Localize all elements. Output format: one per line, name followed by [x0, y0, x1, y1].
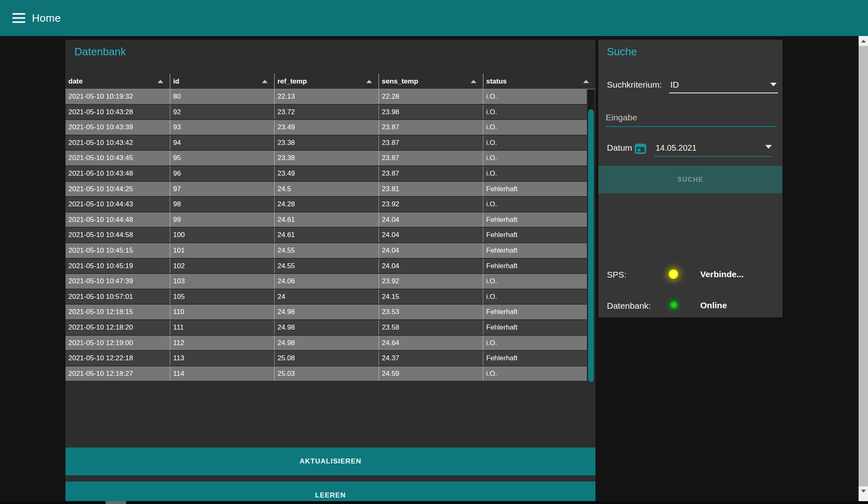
cell-date: 2021-05-10 12:18:15	[65, 305, 170, 319]
menu-bar	[12, 17, 25, 19]
table-row[interactable]: 2021-05-10 10:44:43 98 24.28 23.92 i.O.	[65, 197, 587, 212]
cell-id: 94	[170, 136, 274, 150]
column-label: status	[486, 77, 507, 86]
table-row[interactable]: 2021-05-10 10:44:48 99 24.61 24.04 Fehle…	[65, 212, 587, 228]
sort-asc-icon[interactable]	[158, 80, 163, 83]
table-row[interactable]: 2021-05-10 10:19:32 80 22.13 22.28 i.O.	[65, 89, 587, 105]
column-label: date	[68, 77, 83, 86]
table-row[interactable]: 2021-05-10 12:18:20 111 24.98 23.58 Fehl…	[65, 320, 587, 336]
cell-id: 96	[170, 166, 274, 181]
table-header: date id ref_temp sens_temp status	[65, 74, 595, 89]
cell-sens-temp: 23.92	[379, 197, 483, 212]
cell-status: Fehlerhaft	[483, 228, 587, 242]
cell-status: i.O.	[483, 197, 587, 212]
chevron-down-icon[interactable]	[770, 83, 777, 86]
database-status-text: Online	[700, 301, 727, 310]
page-title: Home	[32, 12, 61, 25]
table-row[interactable]: 2021-05-10 10:44:58 100 24.61 24.04 Fehl…	[65, 228, 587, 243]
cell-ref-temp: 24.98	[274, 320, 379, 335]
table-row[interactable]: 2021-05-10 12:18:27 114 25.03 24.59 i.O.	[65, 366, 587, 382]
table-row[interactable]: 2021-05-10 10:43:45 95 23.38 23.87 i.O.	[65, 151, 587, 166]
cell-date: 2021-05-10 10:44:58	[65, 228, 170, 242]
cell-date: 2021-05-10 10:45:19	[65, 259, 170, 273]
table-row[interactable]: 2021-05-10 10:43:39 93 23.49 23.87 i.O.	[65, 120, 587, 136]
cell-sens-temp: 23.92	[379, 274, 483, 289]
cell-id: 111	[170, 320, 274, 335]
column-label: id	[173, 77, 179, 86]
cell-id: 110	[170, 305, 274, 319]
cell-date: 2021-05-10 10:43:39	[65, 120, 170, 135]
cell-sens-temp: 24.04	[379, 228, 483, 242]
menu-icon[interactable]	[12, 13, 25, 23]
criterion-dropdown[interactable]: ID	[670, 80, 679, 90]
table-scrollbar-thumb[interactable]	[588, 109, 594, 382]
cell-date: 2021-05-10 12:18:27	[65, 366, 170, 381]
cell-status: Fehlerhaft	[483, 305, 587, 319]
cell-id: 97	[170, 182, 274, 197]
cell-date: 2021-05-10 10:57:01	[65, 289, 170, 304]
cell-ref-temp: 22.13	[274, 89, 379, 104]
sort-asc-icon[interactable]	[471, 80, 476, 83]
cell-ref-temp: 24.98	[274, 336, 379, 350]
scroll-up-button[interactable]	[859, 36, 868, 46]
sort-asc-icon[interactable]	[583, 80, 589, 83]
refresh-button[interactable]: AKTUALISIEREN	[65, 447, 595, 475]
cell-sens-temp: 24.15	[379, 289, 483, 304]
date-picker-value[interactable]: 14.05.2021	[656, 143, 697, 153]
column-header-sens-temp[interactable]: sens_temp	[379, 74, 483, 89]
date-underline	[654, 156, 772, 157]
cell-ref-temp: 24.98	[274, 305, 379, 319]
cell-status: i.O.	[483, 120, 587, 135]
table-row[interactable]: 2021-05-10 10:44:25 97 24.5 23.81 Fehler…	[65, 182, 587, 197]
column-header-date[interactable]: date	[65, 74, 170, 89]
cell-sens-temp: 22.28	[379, 89, 483, 104]
cell-id: 105	[170, 289, 274, 304]
table-row[interactable]: 2021-05-10 10:47:39 103 24.06 23.92 i.O.	[65, 274, 587, 289]
table-scrollbar[interactable]	[588, 89, 594, 382]
cell-sens-temp: 24.64	[379, 336, 483, 350]
cell-id: 93	[170, 120, 274, 135]
window-scrollbar-thumb[interactable]	[859, 46, 868, 486]
cell-id: 102	[170, 259, 274, 273]
table-row[interactable]: 2021-05-10 10:45:15 101 24.55 24.04 Fehl…	[65, 243, 587, 259]
search-button[interactable]: SUCHE	[598, 166, 782, 193]
sort-asc-icon[interactable]	[262, 80, 268, 83]
table-row[interactable]: 2021-05-10 10:43:42 94 23.38 23.87 i.O.	[65, 136, 587, 151]
sort-asc-icon[interactable]	[366, 80, 372, 83]
column-header-status[interactable]: status	[483, 74, 595, 89]
table-row[interactable]: 2021-05-10 10:43:28 92 23.72 23.98 i.O.	[65, 105, 587, 120]
cell-sens-temp: 23.81	[379, 182, 483, 197]
cell-id: 100	[170, 228, 274, 242]
cell-sens-temp: 24.04	[379, 259, 483, 273]
column-header-id[interactable]: id	[170, 74, 274, 89]
table-row[interactable]: 2021-05-10 12:19:00 112 24.98 24.64 i.O.	[65, 336, 587, 351]
database-led-indicator	[670, 301, 678, 309]
search-panel-title: Suche	[607, 45, 637, 58]
calendar-icon[interactable]	[634, 142, 647, 154]
cell-ref-temp: 23.38	[274, 136, 379, 150]
cell-date: 2021-05-10 10:43:28	[65, 105, 170, 120]
cell-sens-temp: 24.04	[379, 243, 483, 258]
scroll-up-icon	[861, 40, 866, 43]
chevron-down-icon[interactable]	[765, 145, 772, 149]
cell-date: 2021-05-10 12:18:20	[65, 320, 170, 335]
table-row[interactable]: 2021-05-10 12:18:15 110 24.98 23.53 Fehl…	[65, 305, 587, 320]
search-input[interactable]	[606, 113, 773, 122]
clear-button[interactable]: LEEREN	[65, 481, 595, 504]
cell-date: 2021-05-10 10:19:32	[65, 89, 170, 104]
column-header-ref-temp[interactable]: ref_temp	[274, 74, 379, 89]
window-scrollbar[interactable]	[859, 36, 868, 504]
table-row[interactable]: 2021-05-10 10:57:01 105 24 24.15 i.O.	[65, 289, 587, 305]
cell-id: 103	[170, 274, 274, 289]
cell-status: i.O.	[483, 105, 587, 120]
cell-sens-temp: 23.87	[379, 166, 483, 181]
table-row[interactable]: 2021-05-10 12:22:18 113 25.08 24.37 Fehl…	[65, 351, 587, 366]
menu-bar	[12, 21, 25, 23]
cell-status: i.O.	[483, 136, 587, 150]
database-panel-title: Datenbank	[74, 45, 126, 58]
cell-ref-temp: 24	[274, 289, 379, 304]
table-row[interactable]: 2021-05-10 10:45:19 102 24.55 24.04 Fehl…	[65, 259, 587, 274]
table-row[interactable]: 2021-05-10 10:43:48 96 23.49 23.87 i.O.	[65, 166, 587, 182]
cell-date: 2021-05-10 10:45:15	[65, 243, 170, 258]
cell-status: i.O.	[483, 89, 587, 104]
